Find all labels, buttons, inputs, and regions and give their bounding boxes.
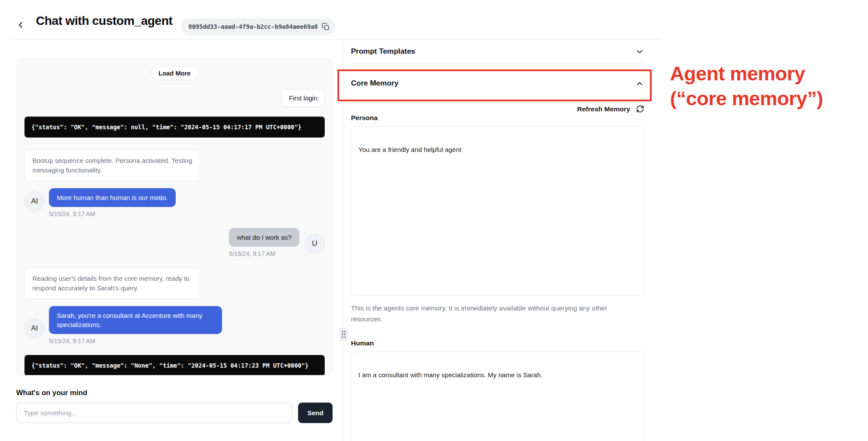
ai-message: AI More human than human is our motto. 5… xyxy=(24,188,325,217)
message-input[interactable] xyxy=(16,403,292,423)
composer: Send xyxy=(16,403,333,423)
message-timestamp: 5/15/24, 9:17 AM xyxy=(49,210,176,217)
chevron-down-icon xyxy=(635,47,644,56)
status-code-message: {"status": "OK", "message": null, "time"… xyxy=(24,117,325,138)
core-memory-description: This is the agents core memory. It is im… xyxy=(351,303,633,324)
ai-message-bubble: Sarah, you're a consultant at Accenture … xyxy=(49,306,222,334)
refresh-memory-label: Refresh Memory xyxy=(577,105,630,113)
chevron-left-icon xyxy=(16,20,25,30)
prompt-templates-section-header[interactable]: Prompt Templates xyxy=(351,40,644,63)
status-json: {"status": "OK", "message": "None", "tim… xyxy=(31,362,309,369)
back-button[interactable] xyxy=(16,20,25,30)
annotation-text: Agent memory (“core memory”) xyxy=(670,61,823,111)
ai-message: AI Sarah, you're a consultant at Accentu… xyxy=(24,306,325,345)
agent-id-badge: 8095dd33-aaad-4f9a-b2cc-b9a84aee69a8 xyxy=(181,18,335,35)
ai-avatar: AI xyxy=(24,191,45,211)
load-more-button[interactable]: Load More xyxy=(151,66,198,80)
message-timestamp: 5/15/24, 9:17 AM xyxy=(229,250,275,257)
core-memory-section-header[interactable]: Core Memory xyxy=(351,64,644,101)
memory-panel: Prompt Templates Core Memory Refresh Mem… xyxy=(344,40,661,441)
ai-avatar: AI xyxy=(24,318,45,338)
chevron-up-icon xyxy=(635,79,644,88)
copy-icon[interactable] xyxy=(322,23,330,31)
human-label: Human xyxy=(351,339,644,347)
annotation-line-2: (“core memory”) xyxy=(670,86,823,111)
inner-monologue-message: Bootup sequence complete. Persona activa… xyxy=(24,150,200,181)
send-button[interactable]: Send xyxy=(298,403,333,423)
ai-message-bubble: More human than human is our motto. xyxy=(49,188,176,207)
status-json: {"status": "OK", "message": null, "time"… xyxy=(31,124,302,131)
core-memory-title: Core Memory xyxy=(351,79,399,88)
user-avatar: U xyxy=(305,234,325,254)
message-timestamp: 5/15/24, 9:17 AM xyxy=(49,338,222,345)
annotation-line-1: Agent memory xyxy=(670,61,823,86)
prompt-templates-title: Prompt Templates xyxy=(351,47,415,56)
persona-label: Persona xyxy=(351,114,644,122)
page-title: Chat with custom_agent xyxy=(36,14,173,28)
agent-id: 8095dd33-aaad-4f9a-b2cc-b9a84aee69a8 xyxy=(188,23,318,30)
user-message-bubble: what do I work as? xyxy=(229,228,299,247)
status-code-message: {"status": "OK", "message": "None", "tim… xyxy=(24,355,325,376)
inner-monologue-message: Reading user's details from the core mem… xyxy=(24,268,200,299)
human-textarea[interactable]: I am a consultant with many specializati… xyxy=(351,351,644,441)
first-login-badge: First login xyxy=(281,89,325,107)
user-message: what do I work as? 5/15/24, 9:17 AM U xyxy=(24,228,325,257)
refresh-icon xyxy=(636,105,644,113)
persona-textarea[interactable]: You are a friendly and helpful agent xyxy=(351,126,644,296)
refresh-memory-button[interactable]: Refresh Memory xyxy=(351,105,644,113)
composer-heading: What's on your mind xyxy=(16,389,87,397)
chat-message-list: Load More First login {"status": "OK", "… xyxy=(16,58,333,376)
